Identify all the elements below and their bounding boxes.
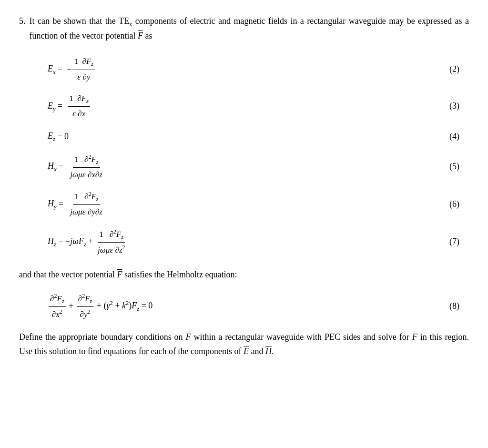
eq4-number: (4) [440, 130, 469, 143]
eq5-lhs: Hx [48, 159, 57, 174]
eq6-frac: 1 ∂2Fz jωμε ∂y∂z [69, 190, 104, 219]
equations-block: Ex = − 1 ∂Fz ε ∂y (2) Ey = 1 ∂Fz ε ∂x [19, 55, 469, 256]
closing-text-2: within a rectangular waveguide with PEC … [193, 332, 409, 342]
closing-F1: F [186, 332, 191, 342]
intro-text-1: It can be shown that the TE [30, 16, 129, 26]
eq3-equals: = [56, 99, 67, 113]
eq5-content: Hx = 1 ∂2Fz jωμε ∂x∂z [19, 153, 181, 182]
eq3-frac: 1 ∂Fz ε ∂x [68, 92, 90, 121]
helm-frac1-den: ∂x2 [51, 307, 64, 321]
eq3-lhs: Ey [48, 99, 56, 114]
closing-text-4: and [251, 346, 263, 356]
eq2-equals: = − [56, 62, 72, 76]
closing-text: Define the appropriate boundary conditio… [19, 330, 469, 358]
closing-text-1: Define the appropriate boundary conditio… [19, 332, 183, 342]
helmholtz-eq-number: (8) [440, 299, 469, 313]
problem-number: 5. [19, 14, 26, 43]
eq3-denominator: ε ∂x [71, 107, 87, 120]
eq2-lhs: Ex [48, 62, 56, 77]
eq3-number: (3) [440, 99, 469, 113]
eq3-numerator: 1 ∂Fz [68, 92, 90, 107]
eq2-frac: 1 ∂Fz ε ∂y [72, 55, 95, 83]
eq5-number: (5) [440, 160, 469, 173]
eq7-content: Hz = −jωFz + 1 ∂2Fz jωμε ∂z2 [19, 227, 181, 256]
eq4-content: Ez = 0 [19, 129, 181, 144]
eq6-lhs: Hy [48, 197, 57, 212]
eq7-lhs: Hz [48, 234, 56, 249]
between-text: and that the vector potential F satisfie… [19, 268, 469, 282]
intro-text-3: as [145, 31, 152, 41]
eq5-numerator: 1 ∂2Fz [73, 153, 100, 168]
eq5-frac: 1 ∂2Fz jωμε ∂x∂z [69, 153, 104, 182]
eq7-denominator: jωμε ∂z2 [96, 243, 127, 256]
eq6-denominator: jωμε ∂y∂z [69, 205, 104, 218]
helm-frac2-num: ∂2Fz [77, 292, 94, 307]
helmholtz-content: ∂2Fz ∂x2 + ∂2Fz ∂y2 + (γ2 + k2)Fz = 0 [19, 292, 181, 321]
helm-frac2: ∂2Fz ∂y2 [77, 292, 94, 321]
eq4-lhs: Ez [48, 129, 55, 144]
problem-container: 5. It can be shown that the TEx componen… [19, 14, 469, 358]
closing-E: E [244, 346, 249, 356]
eq7-frac: 1 ∂2Fz jωμε ∂z2 [96, 227, 127, 256]
closing-F2: F [412, 332, 417, 342]
intro-F: F [138, 31, 143, 41]
equation-row-6: Hy = 1 ∂2Fz jωμε ∂y∂z (6) [19, 190, 469, 219]
eq7-numerator: 1 ∂2Fz [98, 227, 125, 243]
eq3-content: Ey = 1 ∂Fz ε ∂x [19, 92, 181, 121]
problem-header: 5. It can be shown that the TEx componen… [19, 14, 469, 43]
eq7-number: (7) [440, 235, 469, 249]
equation-row-2: Ex = − 1 ∂Fz ε ∂y (2) [19, 55, 469, 83]
equation-row-5: Hx = 1 ∂2Fz jωμε ∂x∂z (5) [19, 153, 469, 182]
eq2-content: Ex = − 1 ∂Fz ε ∂y [19, 55, 181, 83]
eq6-equals: = [57, 197, 68, 211]
between-text-2: satisfies the Helmholtz equation: [124, 270, 237, 279]
equation-row-3: Ey = 1 ∂Fz ε ∂x (3) [19, 92, 469, 121]
helm-frac2-den: ∂y2 [78, 307, 92, 321]
closing-text-5: . [272, 346, 274, 356]
equation-row-4: Ez = 0 (4) [19, 129, 469, 144]
eq7-equals: = −jωFz + [56, 234, 95, 249]
closing-H: H [265, 346, 272, 356]
eq6-content: Hy = 1 ∂2Fz jωμε ∂y∂z [19, 190, 181, 219]
helm-frac1-num: ∂2Fz [49, 292, 66, 307]
between-F: F [117, 270, 122, 279]
F-overline: F [138, 31, 143, 41]
helm-rest: + (γ2 + k2)Fz = 0 [94, 298, 152, 314]
eq2-denominator: ε ∂y [76, 70, 92, 83]
equation-row-7: Hz = −jωFz + 1 ∂2Fz jωμε ∂z2 (7) [19, 227, 469, 256]
between-text-1: and that the vector potential [19, 270, 115, 279]
eq6-numerator: 1 ∂2Fz [73, 190, 100, 205]
eq5-equals: = [57, 160, 68, 173]
helm-plus1: + [67, 299, 76, 313]
eq5-denominator: jωμε ∂x∂z [69, 168, 104, 181]
eq6-number: (6) [440, 197, 469, 211]
helmholtz-block: ∂2Fz ∂x2 + ∂2Fz ∂y2 + (γ2 + k2)Fz = 0 (8… [19, 292, 469, 321]
helm-frac1: ∂2Fz ∂x2 [49, 292, 66, 321]
problem-intro: It can be shown that the TEx components … [30, 14, 469, 43]
eq2-numerator: 1 ∂Fz [72, 55, 95, 70]
eq2-number: (2) [440, 62, 469, 76]
eq4-rhs: = 0 [55, 130, 69, 143]
